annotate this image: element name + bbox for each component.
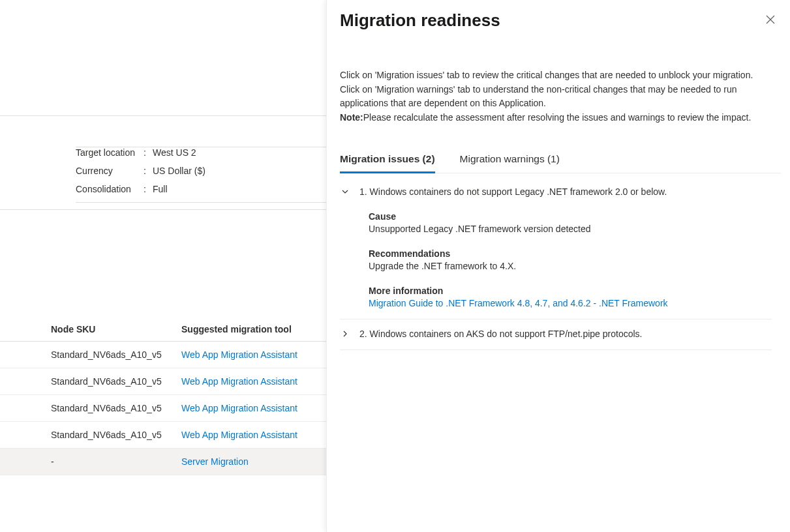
cell-migration-tool: Server Migration [181, 456, 249, 467]
meta-value: Full [153, 184, 168, 194]
issue-body: CauseUnsupported Legacy .NET framework v… [340, 211, 772, 308]
cell-migration-tool: Web App Migration Assistant [181, 376, 297, 387]
tab-migration-warnings[interactable]: Migration warnings (1) [460, 151, 560, 173]
divider [0, 209, 326, 210]
cell-migration-tool: Web App Migration Assistant [181, 403, 297, 413]
issue-item: 1. Windows containers do not support Leg… [340, 177, 772, 319]
table-row[interactable]: Standard_NV6ads_A10_v5Web App Migration … [0, 422, 326, 449]
meta-value: US Dollar ($) [153, 166, 205, 176]
recommendations-text: Upgrade the .NET framework to 4.X. [369, 261, 772, 271]
migration-tool-link[interactable]: Web App Migration Assistant [181, 349, 297, 360]
table-row[interactable]: -Server Migration [0, 449, 326, 475]
flyout-description: Click on 'Migration issues' tab to revie… [340, 68, 781, 125]
migration-tool-link[interactable]: Server Migration [181, 456, 249, 467]
chevron-down-icon [340, 186, 350, 197]
cell-migration-tool: Web App Migration Assistant [181, 349, 297, 360]
meta-label: Currency [76, 166, 144, 176]
cause-label: Cause [369, 211, 772, 222]
more-info-label: More information [369, 286, 772, 296]
cell-node-sku: Standard_NV6ads_A10_v5 [0, 403, 181, 413]
migration-tool-link[interactable]: Web App Migration Assistant [181, 403, 297, 413]
table-header: Node SKU Suggested migration tool [0, 316, 326, 342]
cell-node-sku: Standard_NV6ads_A10_v5 [0, 349, 181, 360]
table-row[interactable]: Standard_NV6ads_A10_v5Web App Migration … [0, 342, 326, 368]
meta-colon: : [144, 184, 153, 194]
chevron-right-icon [340, 329, 350, 339]
more-info-link[interactable]: Migration Guide to .NET Framework 4.8, 4… [369, 298, 772, 308]
meta-colon: : [144, 166, 153, 176]
tab-migration-issues[interactable]: Migration issues (2) [340, 151, 435, 173]
close-button[interactable] [760, 9, 781, 30]
migration-tool-link[interactable]: Web App Migration Assistant [181, 430, 297, 440]
cause-text: Unsupported Legacy .NET framework versio… [369, 224, 772, 234]
note-label: Note: [340, 112, 363, 123]
close-icon [766, 15, 775, 24]
table-row[interactable]: Standard_NV6ads_A10_v5Web App Migration … [0, 368, 326, 395]
meta-value: West US 2 [153, 147, 196, 158]
cell-node-sku: Standard_NV6ads_A10_v5 [0, 376, 181, 387]
table-row[interactable]: Standard_NV6ads_A10_v5Web App Migration … [0, 395, 326, 422]
cell-node-sku: Standard_NV6ads_A10_v5 [0, 430, 181, 440]
col-header-tool[interactable]: Suggested migration tool [181, 324, 292, 334]
cell-node-sku: - [0, 456, 181, 467]
desc-text: Click on 'Migration issues' tab to revie… [340, 70, 753, 108]
issue-title: 1. Windows containers do not support Leg… [359, 186, 667, 197]
issues-list: 1. Windows containers do not support Leg… [340, 177, 781, 350]
recommendations-label: Recommendations [369, 248, 772, 259]
flyout-title: Migration readiness [340, 10, 500, 31]
issue-item: 2. Windows containers on AKS do not supp… [340, 319, 772, 350]
note-text: Please recalculate the assessment after … [363, 112, 752, 123]
issue-title: 2. Windows containers on AKS do not supp… [359, 329, 642, 339]
cell-migration-tool: Web App Migration Assistant [181, 430, 297, 440]
issue-header[interactable]: 2. Windows containers on AKS do not supp… [340, 329, 772, 339]
sku-table: Node SKU Suggested migration tool Standa… [0, 316, 326, 475]
issue-header[interactable]: 1. Windows containers do not support Leg… [340, 186, 772, 197]
migration-tool-link[interactable]: Web App Migration Assistant [181, 376, 297, 387]
migration-readiness-flyout: Migration readiness Click on 'Migration … [326, 0, 790, 532]
meta-colon: : [144, 147, 153, 158]
flyout-tabs: Migration issues (2) Migration warnings … [340, 151, 781, 173]
divider [0, 115, 326, 116]
col-header-sku[interactable]: Node SKU [0, 324, 181, 334]
meta-label: Target location [76, 147, 144, 158]
flyout-header: Migration readiness [340, 9, 781, 31]
meta-label: Consolidation [76, 184, 144, 194]
